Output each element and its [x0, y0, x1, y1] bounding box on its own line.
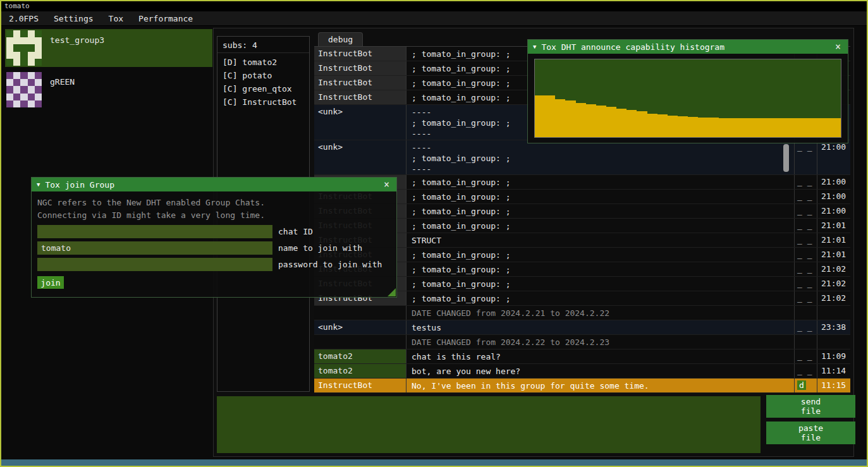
chat-system-row[interactable]: DATE CHANGED from 2024.2.21 to 2024.2.22: [314, 306, 850, 320]
group-avatar: [6, 30, 42, 66]
menu-settings[interactable]: Settings: [46, 12, 101, 25]
sidebar-group-green[interactable]: gREEN: [5, 71, 212, 109]
receipt-flags: _ _: [797, 279, 812, 288]
resize-grip-icon[interactable]: [388, 288, 396, 296]
avatar-pixel: [35, 94, 42, 100]
avatar-pixel: [13, 100, 20, 107]
menu-tox[interactable]: Tox: [101, 12, 131, 25]
join-group-body: NGC refers to the New DHT enabled Group …: [32, 191, 396, 297]
window-title: tomato: [4, 2, 30, 10]
chat-scrollbar[interactable]: [783, 144, 789, 172]
chat-flags: _ _: [795, 349, 817, 363]
histogram-bar: [637, 111, 647, 137]
chat-row[interactable]: <unk>---- ; tomato_in_group: ; ----_ _21…: [314, 140, 850, 175]
histogram-bar: [800, 118, 810, 137]
subs-member[interactable]: [D] tomato2: [217, 56, 309, 69]
avatar-pixel: [6, 94, 13, 100]
avatar-pixel: [6, 44, 13, 51]
histogram-bar: [779, 118, 790, 137]
menu-performance[interactable]: Performance: [131, 12, 200, 25]
chat-flags: _ _: [795, 320, 817, 334]
window-titlebar[interactable]: tomato: [1, 1, 867, 11]
group-name: gREEN: [50, 77, 75, 107]
histogram-bar: [586, 104, 596, 137]
chat-flags: _ _: [795, 248, 817, 262]
chat-row[interactable]: tomato2chat is this real?_ _11:09: [314, 349, 850, 364]
avatar-pixel: [28, 79, 35, 86]
collapse-arrow-icon[interactable]: ▼: [37, 181, 40, 188]
join-password-input[interactable]: [37, 258, 272, 271]
chat-row[interactable]: InstructBotNo, I've been in this group f…: [314, 379, 850, 393]
chat-time: 11:09: [817, 349, 850, 363]
chat-flags: _ _: [795, 364, 817, 378]
avatar-pixel: [13, 52, 20, 59]
avatar-pixel: [20, 86, 27, 93]
receipt-flags: d: [797, 380, 806, 390]
chat-time: 11:15: [817, 379, 850, 392]
histogram-bar: [545, 95, 555, 137]
chat-flags: _ _: [795, 291, 817, 305]
avatar-pixel: [28, 94, 35, 100]
join-info-line-1: NGC refers to the New DHT enabled Group …: [37, 197, 391, 209]
histogram-bar: [729, 118, 739, 137]
histogram-bar: [647, 114, 657, 137]
chat-message: ; tomato_in_group: ;: [406, 262, 795, 276]
chat-time: 23:38: [817, 320, 850, 334]
chat-flags: _ _: [795, 219, 817, 233]
chat-time: 21:02: [817, 291, 850, 305]
histogram-bar: [678, 116, 688, 137]
join-name-row: name to join with: [37, 241, 391, 255]
chat-sender: <unk>: [314, 105, 406, 140]
histogram-bar: [790, 118, 800, 137]
close-icon[interactable]: ×: [382, 179, 391, 190]
chat-flags: _ _: [795, 262, 817, 276]
paste-file-button[interactable]: paste file: [766, 422, 855, 444]
avatar-pixel: [6, 59, 13, 66]
histogram-plot: [534, 59, 841, 138]
histogram-bar: [749, 118, 759, 137]
send-file-button[interactable]: send file: [766, 395, 855, 418]
message-input[interactable]: [217, 396, 761, 453]
histogram-bar: [606, 107, 616, 137]
join-name-input[interactable]: [37, 241, 272, 255]
histogram-bar: [576, 103, 586, 137]
collapse-arrow-icon[interactable]: ▼: [533, 44, 536, 50]
tab-debug[interactable]: debug: [318, 32, 363, 46]
avatar-pixel: [20, 52, 27, 59]
avatar-pixel: [35, 37, 42, 44]
sidebar-group-test_group3[interactable]: test_group3: [5, 29, 212, 67]
chat-flags: _ _: [795, 140, 817, 174]
chat-system-row[interactable]: DATE CHANGED from 2024.2.22 to 2024.2.23: [314, 335, 850, 349]
dht-histogram-titlebar[interactable]: ▼ Tox DHT announce capability histogram …: [528, 40, 848, 54]
subs-member[interactable]: [C] potato: [217, 69, 309, 82]
join-group-title: Tox join Group: [45, 180, 377, 190]
histogram-bar: [668, 116, 678, 137]
avatar-pixel: [13, 44, 20, 51]
chat-id-input[interactable]: [37, 225, 272, 238]
histogram-bar: [616, 109, 627, 138]
avatar-pixel: [35, 86, 42, 93]
chat-row[interactable]: <unk>testus_ _23:38: [314, 320, 850, 335]
chat-row[interactable]: tomato2bot, are you new here?_ _11:14: [314, 364, 850, 379]
join-button[interactable]: join: [37, 276, 64, 289]
join-group-titlebar[interactable]: ▼ Tox join Group ×: [32, 178, 396, 191]
chat-message: ; tomato_in_group: ;: [406, 291, 795, 305]
avatar-pixel: [28, 52, 35, 59]
avatar-pixel: [35, 52, 42, 59]
avatar-pixel: [28, 37, 35, 44]
avatar-pixel: [28, 30, 35, 37]
close-icon[interactable]: ×: [833, 41, 843, 52]
avatar-pixel: [35, 72, 42, 79]
chat-sender: tomato2: [314, 364, 406, 378]
avatar-pixel: [6, 100, 13, 107]
avatar-pixel: [13, 79, 20, 86]
avatar-pixel: [13, 86, 20, 93]
chat-message: ---- ; tomato_in_group: ; ----: [406, 140, 795, 174]
join-name-label: name to join with: [278, 243, 362, 253]
subs-member[interactable]: [C] green_qtox: [217, 82, 309, 95]
chat-message: No, I've been in this group for quite so…: [406, 379, 795, 392]
chat-time: 21:02: [817, 262, 850, 276]
subs-member[interactable]: [C] InstructBot: [217, 95, 309, 109]
menubar: 2.0FPS Settings Tox Performance: [1, 11, 867, 26]
chat-sender: InstructBot: [314, 90, 406, 104]
